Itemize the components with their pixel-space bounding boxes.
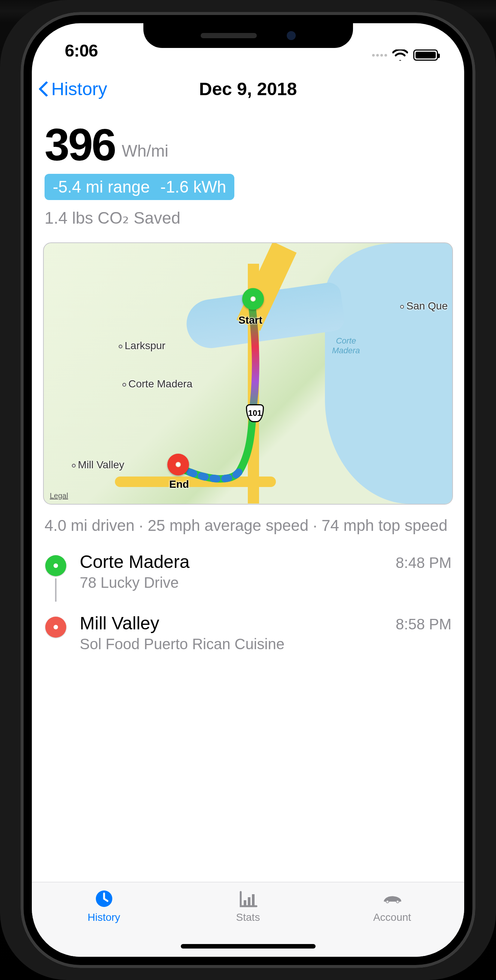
- tab-account[interactable]: Account: [320, 889, 464, 923]
- pin-icon: [45, 555, 66, 576]
- map-city-label: Corte Madera: [122, 378, 192, 390]
- back-button-label: History: [51, 79, 107, 99]
- car-icon: [383, 889, 402, 908]
- efficiency-value: 396: [44, 124, 115, 165]
- efficiency-unit: Wh/mi: [122, 142, 168, 165]
- waypoint-item[interactable]: Corte Madera 8:48 PM 78 Lucky Drive: [44, 551, 452, 601]
- range-delta: -5.4 mi range: [53, 178, 150, 196]
- map-end-pin[interactable]: [167, 453, 189, 476]
- co2-saved: 1.4 lbs CO₂ Saved: [42, 204, 454, 239]
- tab-stats[interactable]: Stats: [176, 889, 320, 923]
- map-legal-link[interactable]: Legal: [50, 492, 68, 500]
- tab-history[interactable]: History: [32, 889, 176, 923]
- map-highway: [115, 477, 276, 487]
- chevron-left-icon: [38, 80, 50, 98]
- status-bar: 6:06: [32, 23, 464, 68]
- map-water: [325, 243, 453, 504]
- back-button[interactable]: History: [38, 79, 107, 99]
- status-bar-indicators: [372, 49, 438, 61]
- cellular-signal-icon: [372, 54, 387, 57]
- waypoint-list: Corte Madera 8:48 PM 78 Lucky Drive Mill…: [42, 540, 454, 652]
- trip-map[interactable]: Larkspur Corte Madera Mill Valley San Qu…: [43, 242, 453, 504]
- map-city-label: Mill Valley: [72, 459, 124, 471]
- page-title: Dec 9, 2018: [199, 79, 297, 99]
- map-city-label: San Que: [400, 300, 448, 312]
- efficiency-header: 396 Wh/mi: [42, 117, 454, 169]
- battery-icon: [413, 49, 438, 61]
- map-start-pin[interactable]: [242, 288, 264, 310]
- waypoint-address: Sol Food Puerto Rican Cuisine: [80, 636, 452, 652]
- map-city-label: Larkspur: [119, 340, 165, 352]
- map-start-label: Start: [238, 314, 262, 326]
- waypoint-item[interactable]: Mill Valley 8:58 PM Sol Food Puerto Rica…: [44, 613, 452, 652]
- svg-rect-2: [248, 897, 250, 905]
- waypoint-name: Corte Madera: [80, 551, 189, 572]
- waypoint-name: Mill Valley: [80, 613, 159, 633]
- svg-point-4: [386, 900, 388, 903]
- map-water-label: Corte Madera: [332, 336, 360, 355]
- waypoint-address: 78 Lucky Drive: [80, 574, 452, 591]
- wifi-icon: [392, 49, 408, 61]
- svg-point-5: [396, 900, 399, 903]
- home-indicator[interactable]: [181, 944, 315, 948]
- drive-stats-line: 4.0 mi driven · 25 mph average speed · 7…: [42, 510, 454, 540]
- energy-delta: -1.6 kWh: [160, 178, 226, 196]
- waypoint-connector: [55, 578, 57, 601]
- svg-rect-3: [252, 894, 255, 905]
- clock-icon: [94, 889, 114, 908]
- device-mockup: 6:06 History Dec 9, 2018: [0, 0, 496, 980]
- highway-shield-icon: 101: [246, 404, 264, 422]
- status-bar-time: 6:06: [65, 40, 98, 61]
- tab-label: Stats: [236, 912, 260, 923]
- svg-rect-1: [244, 900, 246, 905]
- tab-label: Account: [373, 912, 411, 923]
- map-end-label: End: [169, 478, 189, 490]
- waypoint-time: 8:58 PM: [396, 616, 452, 633]
- pin-icon: [45, 617, 66, 638]
- navigation-bar: History Dec 9, 2018: [32, 68, 464, 110]
- phone-screen: 6:06 History Dec 9, 2018: [32, 23, 464, 957]
- content-area: 396 Wh/mi -5.4 mi range-1.6 kWh 1.4 lbs …: [32, 110, 464, 652]
- tab-label: History: [87, 912, 120, 923]
- energy-delta-pill: -5.4 mi range-1.6 kWh: [44, 174, 235, 200]
- bar-chart-icon: [238, 889, 258, 908]
- waypoint-time: 8:48 PM: [396, 554, 452, 571]
